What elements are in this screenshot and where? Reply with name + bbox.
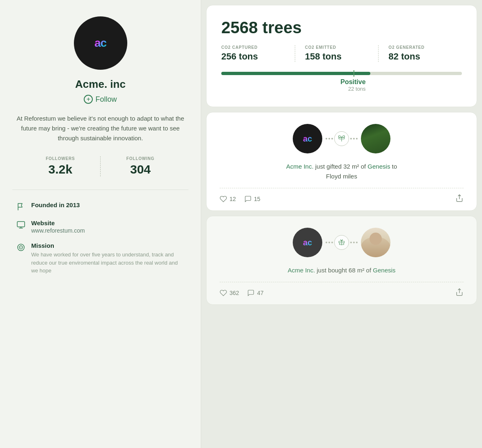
like-count-2: 362 (230, 290, 239, 296)
progress-label-area: Positive 22 tons (221, 78, 462, 92)
o2-generated-label: O2 GENERATED (388, 45, 462, 50)
sender-avatar-1: ac (293, 124, 322, 153)
progress-track (221, 72, 462, 75)
activity-text-1: Acme Inc. just gifted 32 m² of Genesis t… (220, 162, 464, 181)
like-action-2[interactable]: 362 (220, 289, 239, 297)
comment-count-1: 15 (254, 196, 261, 202)
activity-sender-1: Acme Inc. (286, 163, 314, 170)
sender-logo-1: ac (303, 134, 312, 144)
connector-2 (322, 235, 361, 250)
activity-card-2: ac (206, 216, 477, 305)
activity-forest-2: Genesis (373, 267, 395, 274)
share-button-1[interactable] (455, 194, 464, 204)
followers-stat: FOLLOWERS 3.2k (21, 156, 100, 176)
gift-icon-connector (334, 131, 349, 146)
activity-footer-2: 362 47 (220, 282, 464, 304)
mission-icon (16, 243, 25, 252)
heart-icon (220, 195, 227, 203)
gift-icon-connector-2 (334, 235, 349, 250)
following-value: 304 (101, 162, 180, 176)
company-description: At Reforestum we believe it's not enough… (12, 114, 188, 143)
heart-icon-2 (220, 289, 227, 297)
comment-action-2[interactable]: 47 (247, 289, 264, 297)
website-url: www.reforestum.com (31, 227, 85, 234)
trees-count: 2568 trees (221, 18, 462, 37)
activity-pre-1: just gifted 32 m² of (315, 163, 366, 170)
co2-captured-metric: CO2 CAPTURED 256 tons (221, 45, 295, 62)
person-avatar-2 (361, 228, 390, 257)
divider (12, 190, 188, 190)
followers-value: 3.2k (21, 162, 100, 176)
company-avatar: ac (74, 16, 127, 70)
o2-generated-metric: O2 GENERATED 82 tons (378, 45, 462, 62)
dot-line-4 (350, 242, 358, 243)
mission-info: Mission We have worked for over five yea… (16, 242, 184, 275)
like-count-1: 12 (230, 196, 236, 202)
positive-text: Positive (340, 78, 365, 86)
activity-post-1: to (392, 163, 397, 170)
monitor-icon (16, 220, 25, 229)
positive-tons: 22 tons (340, 86, 365, 92)
sender-avatar-2: ac (293, 228, 322, 257)
progress-fill (221, 72, 370, 75)
website-info: Website www.reforestum.com (16, 219, 184, 234)
positive-label: Positive 22 tons (340, 78, 365, 92)
follow-label: Follow (95, 95, 117, 104)
company-name: Acme. inc (75, 78, 126, 91)
progress-marker (353, 70, 354, 77)
follow-button[interactable]: + Follow (84, 95, 117, 104)
sender-logo-2: ac (303, 238, 312, 247)
following-stat: FOLLOWING 304 (100, 156, 180, 176)
share-button-2[interactable] (455, 288, 464, 298)
share-icon-2 (455, 288, 464, 296)
metrics-row: CO2 CAPTURED 256 tons CO2 EMITTED 158 to… (221, 45, 462, 62)
activity-card-1: ac (206, 112, 477, 211)
share-icon-1 (455, 194, 464, 202)
website-label: Website (31, 219, 85, 226)
activity-recipient-1: Floyd miles (326, 173, 357, 180)
co2-emitted-metric: CO2 EMITTED 158 tons (295, 45, 379, 62)
logo-initials: ac (94, 37, 106, 50)
dot-line-3 (326, 242, 333, 243)
comment-icon (244, 195, 252, 203)
activity-forest-1: Genesis (367, 163, 390, 170)
activity-sender-2: Acme Inc. (288, 267, 315, 274)
dot-line-2 (350, 138, 358, 139)
co2-emitted-value: 158 tons (305, 51, 379, 62)
connector-1 (322, 131, 361, 146)
stats-row: FOLLOWERS 3.2k FOLLOWING 304 (12, 156, 188, 176)
following-label: FOLLOWING (101, 156, 180, 161)
svg-rect-0 (17, 222, 25, 227)
left-panel: ac Acme. inc + Follow At Reforestum we b… (0, 0, 201, 448)
co2-emitted-label: CO2 EMITTED (305, 45, 379, 50)
right-panel: 2568 trees CO2 CAPTURED 256 tons CO2 EMI… (201, 0, 482, 448)
o2-generated-value: 82 tons (388, 51, 462, 62)
followers-label: FOLLOWERS (21, 156, 100, 161)
progress-container: Positive 22 tons (221, 72, 462, 92)
comment-icon-2 (247, 289, 255, 297)
co2-captured-label: CO2 CAPTURED (221, 45, 295, 50)
plus-circle-icon: + (84, 95, 93, 104)
like-action-1[interactable]: 12 (220, 195, 236, 203)
co2-captured-value: 256 tons (221, 51, 295, 62)
activity-text-2: Acme Inc. just bought 68 m² of Genesis (220, 265, 464, 275)
info-list: Founded in 2013 Website www.reforestum.c… (12, 201, 188, 275)
forest-avatar-1 (361, 124, 390, 153)
activity-header-1: ac (220, 124, 464, 153)
activity-pre-text-2: just bought 68 m² of (317, 267, 372, 274)
founded-info: Founded in 2013 (16, 201, 184, 211)
mission-body: We have worked for over five years to un… (31, 251, 184, 275)
comment-action-1[interactable]: 15 (244, 195, 261, 203)
founded-label: Founded in 2013 (31, 201, 80, 208)
svg-point-3 (21, 247, 21, 248)
footer-actions-1: 12 15 (220, 195, 260, 203)
mission-label: Mission (31, 242, 184, 249)
dot-line-1 (326, 138, 333, 139)
comment-count-2: 47 (257, 290, 264, 296)
activity-footer-1: 12 15 (220, 188, 464, 210)
footer-actions-2: 362 47 (220, 289, 264, 297)
activity-header-2: ac (220, 228, 464, 257)
flag-icon (16, 202, 25, 211)
trees-card: 2568 trees CO2 CAPTURED 256 tons CO2 EMI… (206, 5, 477, 107)
